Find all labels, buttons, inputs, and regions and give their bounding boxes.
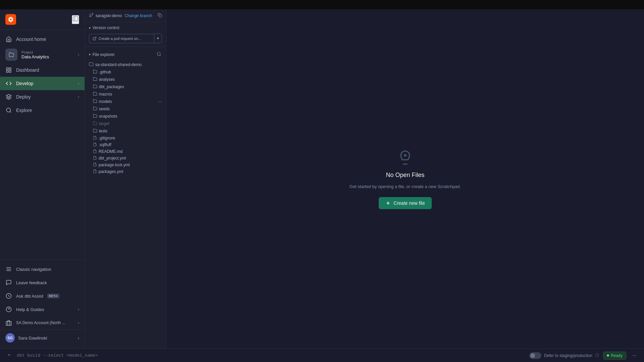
svg-line-22 — [160, 55, 161, 56]
sidebar-nav: Account home Project Data Analytics › — [0, 30, 85, 259]
svg-rect-3 — [6, 68, 8, 69]
target-folder-name: target — [99, 121, 109, 126]
account-home-label: Account home — [16, 37, 46, 42]
svg-rect-6 — [9, 71, 11, 72]
help-label: Help & Guides — [16, 307, 44, 312]
defer-toggle-switch[interactable] — [529, 352, 541, 359]
tree-item-github[interactable]: .github — [86, 68, 165, 76]
version-control-label: Version control — [93, 25, 119, 30]
ready-label: Ready — [611, 353, 623, 358]
sidebar: Account home Project Data Analytics › — [0, 9, 85, 349]
change-branch-button[interactable]: Change branch — [125, 13, 152, 18]
sidebar-item-account[interactable]: SA Demo Account (North ... › — [0, 316, 85, 329]
tree-item-target[interactable]: target — [86, 120, 165, 127]
dbt-logo-icon — [5, 14, 16, 25]
packages-file-name: packages.yml — [99, 169, 123, 174]
sidebar-item-account-home[interactable]: Account home — [0, 33, 85, 46]
copy-branch-icon[interactable] — [158, 13, 162, 18]
collapse-panel-button[interactable] — [5, 351, 13, 360]
file-icon — [93, 142, 97, 147]
package-lock-file-name: package-lock.yml — [99, 163, 130, 167]
sidebar-item-project[interactable]: Project Data Analytics › — [0, 46, 85, 63]
github-folder-name: .github — [99, 70, 111, 74]
classic-nav-label: Classic navigation — [16, 267, 51, 272]
tree-item-macros[interactable]: macros — [86, 90, 165, 98]
svg-rect-19 — [159, 14, 162, 17]
dashboard-label: Dashboard — [16, 67, 39, 73]
models-context-menu[interactable]: ··· — [158, 99, 162, 104]
svg-point-21 — [157, 52, 160, 55]
tree-item-snapshots[interactable]: snapshots — [86, 113, 165, 120]
sidebar-item-help[interactable]: Help & Guides › — [0, 303, 85, 316]
leave-feedback-label: Leave feedback — [16, 280, 47, 285]
file-search-button[interactable] — [156, 51, 162, 58]
tree-item-packages[interactable]: packages.yml — [86, 168, 165, 175]
folder-icon — [93, 84, 97, 89]
version-control-header[interactable]: ▾ Version control — [89, 25, 162, 30]
project-chevron-icon: › — [78, 52, 79, 57]
svg-line-20 — [94, 37, 96, 39]
tree-item-dbt-project[interactable]: dbt_project.yml — [86, 155, 165, 162]
folder-icon — [93, 92, 97, 97]
root-folder-name: sa-standard-shared-demo — [95, 62, 142, 67]
main-layout: Account home Project Data Analytics › — [0, 9, 644, 349]
branch-name: saragski-demo — [96, 13, 122, 18]
sidebar-item-explore[interactable]: Explore — [0, 104, 85, 117]
macros-folder-name: macros — [99, 92, 112, 97]
defer-info-icon: ⓘ — [595, 353, 599, 358]
command-input[interactable] — [17, 353, 525, 358]
sidebar-bottom: Classic navigation Leave feedback — [0, 259, 85, 349]
tree-item-package-lock[interactable]: package-lock.yml — [86, 162, 165, 168]
file-explorer-chevron-icon: ▾ — [89, 53, 91, 56]
plus-icon — [385, 200, 391, 206]
tree-item-root[interactable]: sa-standard-shared-demo — [86, 61, 165, 68]
tree-item-readme[interactable]: README.md — [86, 148, 165, 155]
sidebar-item-dashboard[interactable]: Dashboard — [0, 63, 85, 77]
tree-item-sqlfluff[interactable]: .sqlfluff — [86, 141, 165, 148]
file-icon — [93, 156, 97, 161]
root-folder-icon — [89, 62, 94, 67]
sidebar-toggle-button[interactable] — [72, 15, 79, 24]
bottom-bar: Defer to staging/production ⓘ Ready ··· — [0, 349, 644, 362]
tree-item-dbt-packages[interactable]: dbt_packages — [86, 83, 165, 90]
develop-label: Develop — [16, 81, 33, 86]
sidebar-item-ask-dbt[interactable]: Ask dbt Assist BETA — [0, 289, 85, 303]
ready-badge: Ready — [603, 352, 626, 360]
more-options-button[interactable]: ··· — [630, 351, 639, 360]
svg-point-17 — [92, 13, 93, 15]
dbt-packages-folder-name: dbt_packages — [99, 84, 124, 89]
create-pull-request-button[interactable]: Create a pull request on... — [89, 34, 154, 43]
dashboard-icon — [5, 67, 12, 73]
seeds-folder-name: seeds — [99, 107, 110, 111]
user-profile-item[interactable]: SG Sara Gawlinski › — [0, 329, 85, 346]
sidebar-item-develop[interactable]: Develop › — [0, 77, 85, 90]
sqlfluff-file-name: .sqlfluff — [99, 142, 111, 147]
analyses-folder-name: analyses — [99, 77, 115, 82]
file-explorer-section: ▾ File explorer sa-s — [85, 47, 166, 349]
readme-file-name: README.md — [99, 149, 122, 154]
develop-icon — [5, 80, 12, 87]
tree-item-seeds[interactable]: seeds — [86, 105, 165, 113]
ask-dbt-label: Ask dbt Assist — [16, 294, 43, 299]
main-content: No Open Files Get started by opening a f… — [166, 9, 644, 349]
tree-item-analyses[interactable]: analyses — [86, 76, 165, 83]
explore-label: Explore — [16, 108, 32, 113]
help-icon — [5, 306, 12, 313]
deploy-chevron-icon: › — [78, 95, 79, 99]
tree-item-models[interactable]: models ··· — [86, 98, 165, 105]
ready-dot — [607, 354, 609, 357]
folder-icon — [93, 99, 97, 104]
create-new-file-button[interactable]: Create new file — [379, 197, 431, 209]
sidebar-item-leave-feedback[interactable]: Leave feedback — [0, 276, 85, 289]
tree-item-tests[interactable]: tests — [86, 127, 165, 135]
svg-rect-1 — [73, 16, 78, 21]
tree-item-gitignore[interactable]: .gitignore — [86, 135, 165, 141]
classic-nav-icon — [5, 266, 12, 273]
sidebar-item-classic-nav[interactable]: Classic navigation — [0, 262, 85, 276]
pr-dropdown-button[interactable]: ▾ — [154, 34, 162, 43]
file-icon — [93, 136, 97, 140]
create-new-file-label: Create new file — [393, 200, 425, 206]
sidebar-item-deploy[interactable]: Deploy › — [0, 90, 85, 104]
tests-folder-name: tests — [99, 129, 107, 133]
folder-icon — [93, 69, 97, 75]
